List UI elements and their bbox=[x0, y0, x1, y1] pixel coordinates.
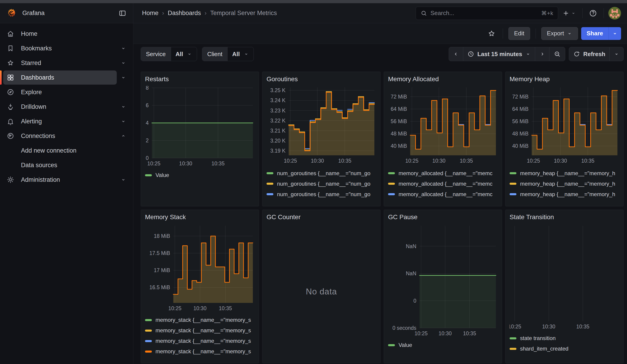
add-new-button[interactable] bbox=[560, 8, 578, 19]
legend-item[interactable]: Value bbox=[145, 170, 255, 180]
top-nav: Grafana Home › Dashboards › Temporal Ser… bbox=[0, 3, 627, 23]
legend-item[interactable]: memory_heap {__name__="memory_h bbox=[510, 179, 619, 189]
edit-button[interactable]: Edit bbox=[508, 27, 530, 40]
legend-swatch bbox=[266, 183, 273, 185]
legend-item[interactable]: memory_stack {__name__="memory_s bbox=[145, 346, 255, 357]
sidebar-item-administration[interactable]: Administration bbox=[0, 172, 133, 187]
zoom-out-time-button[interactable] bbox=[549, 47, 565, 61]
restarts-chart[interactable]: 8642010:2510:3010:35 bbox=[145, 86, 255, 168]
share-button[interactable]: Share bbox=[581, 27, 609, 40]
help-button[interactable] bbox=[587, 7, 599, 19]
legend-item[interactable]: state transition bbox=[510, 333, 619, 343]
legend-item[interactable]: memory_allocated {__name__="memc bbox=[388, 200, 498, 203]
chevron-up-icon[interactable] bbox=[120, 133, 126, 139]
legend-item[interactable]: memory_allocated {__name__="memc bbox=[388, 189, 498, 200]
svg-text:72 MiB: 72 MiB bbox=[512, 94, 528, 100]
sidebar-item-dashboards[interactable]: Dashboards bbox=[0, 70, 133, 85]
sidebar-item-data-sources[interactable]: Data sources bbox=[0, 158, 133, 172]
memory-heap-chart[interactable]: 72 MiB64 MiB56 MiB48 MiB40 MiB10:2510:30… bbox=[510, 86, 619, 166]
chevron-down-icon[interactable] bbox=[120, 104, 126, 110]
refresh-button[interactable]: Refresh bbox=[569, 47, 609, 61]
sidebar-item-drilldown[interactable]: Drilldown bbox=[0, 100, 133, 114]
panel-memory-stack: Memory Stack 18 MiB17.5 MiB17 MiB16.5 Mi… bbox=[141, 209, 259, 363]
time-shift-forward-button[interactable] bbox=[535, 47, 549, 61]
service-variable-value[interactable]: All bbox=[171, 47, 197, 61]
chevron-down-icon[interactable] bbox=[120, 177, 126, 183]
sidebar-item-label: Drilldown bbox=[21, 103, 46, 110]
dashboard-toolbar: Edit Export Share bbox=[133, 23, 627, 44]
legend-item[interactable]: num_goroutines {__name__="num_go bbox=[266, 168, 376, 179]
sidebar-item-add-new-connection[interactable]: Add new connection bbox=[0, 143, 133, 158]
memory-stack-chart[interactable]: 18 MiB17.5 MiB17 MiB16.5 MiB10:2510:3010… bbox=[145, 224, 255, 313]
search-input[interactable] bbox=[430, 9, 538, 17]
search-icon bbox=[420, 10, 427, 17]
sidebar-item-bookmarks[interactable]: Bookmarks bbox=[0, 41, 133, 56]
sidebar-toggle-button[interactable] bbox=[117, 7, 128, 19]
legend-item[interactable]: memory_heap {__name__="memory_h bbox=[510, 189, 619, 200]
breadcrumb-dashboards[interactable]: Dashboards bbox=[168, 9, 201, 17]
service-variable: Service All bbox=[141, 47, 197, 61]
chevron-down-icon[interactable] bbox=[120, 118, 126, 124]
panel-title[interactable]: State Transition bbox=[510, 213, 619, 224]
sidebar-item-starred[interactable]: Starred bbox=[0, 56, 133, 70]
share-dropdown-button[interactable] bbox=[609, 27, 621, 40]
legend-item[interactable]: num_goroutines {__name__="num_go bbox=[266, 189, 376, 200]
search-box[interactable]: ⌘+k bbox=[416, 7, 558, 20]
legend-item[interactable]: shard_item_created bbox=[510, 343, 619, 354]
gc-pause-chart[interactable]: NaNNaN00 seconds10:2510:3010:35 bbox=[388, 224, 498, 338]
chevron-down-icon[interactable] bbox=[120, 60, 126, 66]
legend-item[interactable]: memory_stack {__name__="memory_s bbox=[145, 336, 255, 346]
legend-item[interactable]: memory_heap {__name__="memory_h bbox=[510, 200, 619, 203]
panel-title[interactable]: Memory Stack bbox=[145, 213, 255, 224]
sidebar-item-explore[interactable]: Explore bbox=[0, 85, 133, 100]
no-data-message: No data bbox=[306, 287, 337, 297]
panel-title[interactable]: GC Counter bbox=[266, 213, 376, 224]
time-range-picker-button[interactable]: Last 15 minutes bbox=[463, 47, 535, 61]
legend-item[interactable]: memory_allocated {__name__="memc bbox=[388, 168, 498, 179]
chevron-down-icon[interactable] bbox=[120, 75, 126, 81]
goroutines-chart[interactable]: 3.25 K3.24 K3.23 K3.22 K3.21 K3.20 K3.19… bbox=[266, 86, 376, 166]
star-dashboard-button[interactable] bbox=[486, 28, 497, 39]
breadcrumb-current-page: Temporal Server Metrics bbox=[210, 9, 277, 17]
panel-title[interactable]: Restarts bbox=[145, 75, 255, 86]
legend-item[interactable]: Value bbox=[388, 340, 498, 350]
refresh-interval-dropdown[interactable] bbox=[609, 47, 623, 61]
legend-item[interactable]: num_goroutines {__name__="num_go bbox=[266, 179, 376, 189]
legend-swatch bbox=[266, 172, 273, 174]
user-avatar[interactable] bbox=[608, 7, 621, 20]
svg-text:3.21 K: 3.21 K bbox=[270, 128, 286, 134]
svg-text:4: 4 bbox=[146, 120, 149, 126]
sidebar-item-home[interactable]: Home bbox=[0, 26, 133, 41]
zoom-out-icon bbox=[554, 51, 561, 58]
svg-text:10:25: 10:25 bbox=[284, 158, 297, 164]
client-variable-value[interactable]: All bbox=[228, 47, 253, 61]
svg-text:10:35: 10:35 bbox=[576, 324, 589, 330]
legend-item[interactable]: memory_heap {__name__="memory_h bbox=[510, 168, 619, 179]
nav-right-section: ⌘+k bbox=[416, 7, 627, 20]
svg-text:0: 0 bbox=[146, 155, 149, 161]
panel-title[interactable]: Memory Heap bbox=[510, 75, 619, 86]
legend-item[interactable]: memory_stack {__name__="memory_s bbox=[145, 325, 255, 336]
svg-text:10:35: 10:35 bbox=[338, 158, 351, 164]
panel-title[interactable]: Goroutines bbox=[266, 75, 376, 86]
breadcrumb-home[interactable]: Home bbox=[142, 9, 158, 17]
legend-swatch bbox=[145, 340, 152, 342]
legend-label: memory_heap {__name__="memory_h bbox=[520, 181, 615, 187]
sidebar-item-alerting[interactable]: Alerting bbox=[0, 114, 133, 129]
state-transition-chart[interactable]: 10:2510:3010:35 bbox=[510, 224, 619, 331]
panel-title[interactable]: GC Pause bbox=[388, 213, 498, 224]
service-variable-label: Service bbox=[141, 47, 171, 61]
filter-row: Service All Client All bbox=[141, 47, 624, 61]
memory-allocated-chart[interactable]: 72 MiB64 MiB56 MiB48 MiB40 MiB10:2510:30… bbox=[388, 86, 498, 166]
sidebar-item-connections[interactable]: Connections bbox=[0, 129, 133, 143]
chevron-down-icon[interactable] bbox=[120, 45, 126, 51]
svg-text:16.5 MiB: 16.5 MiB bbox=[149, 284, 170, 290]
legend-item[interactable]: memory_stack {__name__="memory_s bbox=[145, 315, 255, 325]
legend-item[interactable]: num_goroutines {__name__="num_go bbox=[266, 200, 376, 203]
panel-title[interactable]: Memory Allocated bbox=[388, 75, 498, 86]
time-shift-back-button[interactable] bbox=[449, 47, 463, 61]
svg-text:3.24 K: 3.24 K bbox=[270, 97, 286, 103]
legend-item[interactable]: memory_allocated {__name__="memc bbox=[388, 179, 498, 189]
export-button[interactable]: Export bbox=[541, 27, 578, 40]
legend-swatch bbox=[388, 344, 395, 346]
